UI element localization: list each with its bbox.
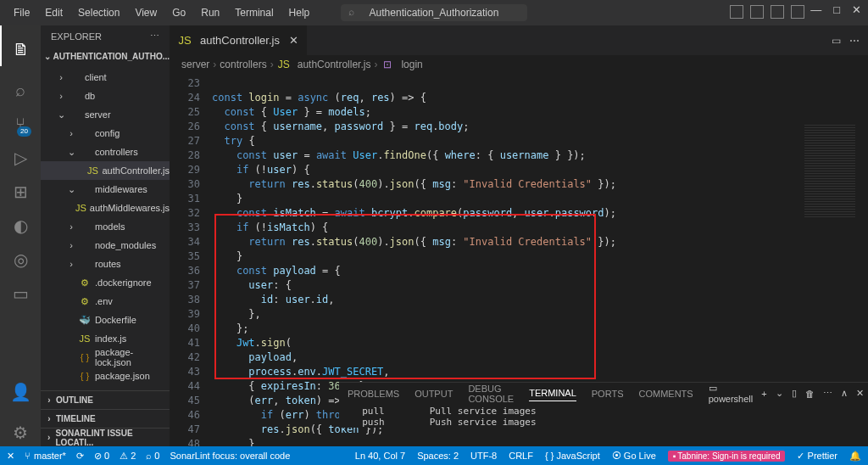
panel-tab-terminal[interactable]: TERMINAL	[529, 388, 576, 401]
panel-tab-debug-console[interactable]: DEBUG CONSOLE	[468, 384, 514, 404]
menu-terminal[interactable]: Terminal	[228, 3, 280, 22]
misc-icon[interactable]: ▭	[10, 283, 31, 304]
tab-actions[interactable]: ▭⋯	[832, 35, 868, 47]
menu-view[interactable]: View	[128, 3, 164, 22]
window-control[interactable]: □	[833, 3, 840, 16]
cursor-pos[interactable]: Ln 40, Col 7	[355, 451, 405, 461]
sidebar-panel-outline[interactable]: ›OUTLINE	[41, 390, 170, 409]
panel-tab-problems[interactable]: PROBLEMS	[348, 389, 399, 399]
breadcrumb[interactable]: server›controllers›JSauthController.js›⊡…	[170, 55, 868, 74]
tab-bar: JS authController.js ✕ ▭⋯	[170, 25, 868, 55]
side-bar: EXPLORER⋯ ⌄AUTHENTICATION_AUTHO... ›clie…	[41, 25, 170, 446]
menu-help[interactable]: Help	[282, 3, 317, 22]
close-panel-icon[interactable]: ✕	[856, 388, 864, 399]
search-icon[interactable]: ⌕	[10, 80, 31, 100]
sidebar-header: EXPLORER⋯	[41, 25, 170, 47]
window-control[interactable]: —	[810, 3, 821, 16]
port-item[interactable]: ⌕ 0	[146, 451, 159, 461]
sonar-focus[interactable]: SonarLint focus: overall code	[170, 451, 290, 461]
sidebar-panel-sonarlint[interactable]: ›SONARLINT ISSUE LOCATI...	[41, 428, 170, 446]
tree-item[interactable]: ›node_modules	[41, 236, 170, 255]
menu-run[interactable]: Run	[194, 3, 226, 22]
bell-icon[interactable]: 🔔	[849, 451, 861, 462]
title-bar: FileEditSelectionViewGoRunTerminalHelp ←…	[0, 0, 868, 25]
project-root[interactable]: ⌄AUTHENTICATION_AUTHO...	[41, 47, 170, 65]
menu-go[interactable]: Go	[165, 3, 192, 22]
sidebar-panel-timeline[interactable]: ›TIMELINE	[41, 409, 170, 428]
tree-item[interactable]: ⌄middlewares	[41, 180, 170, 199]
menu-file[interactable]: File	[7, 3, 36, 22]
tree-item[interactable]: 🐳Dockerfile	[41, 311, 170, 329]
language-item[interactable]: { } JavaScript	[545, 451, 600, 461]
tree-item[interactable]: ›routes	[41, 255, 170, 273]
eol-item[interactable]: CRLF	[509, 451, 533, 461]
branch-item[interactable]: ⑂ master*	[25, 451, 66, 461]
tree-item[interactable]: ›config	[41, 124, 170, 143]
tree-item[interactable]: ⌄server	[41, 105, 170, 124]
tree-item[interactable]: ›client	[41, 68, 170, 87]
layout-icons[interactable]	[730, 5, 804, 19]
docker-icon[interactable]: ◐	[10, 216, 31, 236]
encoding-item[interactable]: UTF-8	[470, 451, 497, 461]
sonar-icon[interactable]: ◎	[10, 249, 31, 270]
tree-item[interactable]: JSauthMiddlewares.js	[41, 199, 170, 217]
run-debug-icon[interactable]: ▷	[10, 148, 31, 168]
terminal-profile[interactable]: ▭ powershell	[709, 383, 754, 404]
split-terminal-icon[interactable]: ▯	[792, 388, 797, 399]
menu-bar: FileEditSelectionViewGoRunTerminalHelp	[7, 3, 316, 22]
window-controls[interactable]: —□✕	[810, 3, 861, 16]
sync-icon[interactable]: ⟳	[76, 451, 84, 462]
tabnine-badge[interactable]: ▪ Tabnine: Sign-in is required	[668, 451, 786, 462]
prettier-item[interactable]: ✓ Prettier	[797, 451, 837, 462]
new-terminal-icon[interactable]: +	[761, 389, 766, 399]
tree-item[interactable]: ›models	[41, 217, 170, 236]
explorer-icon[interactable]: 🗎	[0, 25, 41, 66]
account-icon[interactable]: 👤	[10, 382, 31, 402]
source-control-icon[interactable]: ⑂20	[10, 114, 31, 134]
tree-item[interactable]: ›db	[41, 87, 170, 105]
extensions-icon[interactable]: ⊞	[10, 182, 31, 202]
command-center[interactable]: Authentication_Authorization	[341, 4, 527, 21]
panel-tab-comments[interactable]: COMMENTS	[638, 389, 693, 399]
tab-authcontroller[interactable]: JS authController.js ✕	[170, 25, 308, 55]
remote-icon[interactable]: ✕	[7, 451, 14, 462]
tree-item[interactable]: JSindex.js	[41, 329, 170, 348]
close-icon[interactable]: ✕	[289, 34, 298, 47]
tree-item[interactable]: { }package-lock.json	[41, 348, 170, 367]
panel: PROBLEMSOUTPUTDEBUG CONSOLETERMINALPORTS…	[339, 382, 868, 428]
window-control[interactable]: ✕	[852, 3, 861, 16]
golive-item[interactable]: ⦿ Go Live	[612, 451, 656, 461]
line-gutter: 23 24 25 26 27 28 29 30 31 32 33 34 35 3…	[170, 74, 212, 446]
tree-item[interactable]: ⌄controllers	[41, 143, 170, 161]
panel-tabs: PROBLEMSOUTPUTDEBUG CONSOLETERMINALPORTS…	[339, 383, 868, 404]
tree-item[interactable]: JSauthController.js	[41, 161, 170, 180]
tree-item[interactable]: ⚙.env	[41, 292, 170, 311]
trash-icon[interactable]: 🗑	[805, 389, 815, 399]
warnings-item[interactable]: ⚠ 2	[120, 451, 136, 462]
minimap[interactable]	[804, 125, 855, 218]
more-actions-icon[interactable]: ⋯	[150, 31, 159, 42]
panel-tab-output[interactable]: OUTPUT	[415, 389, 453, 399]
errors-item[interactable]: ⊘ 0	[94, 451, 109, 462]
panel-tab-ports[interactable]: PORTS	[592, 389, 624, 399]
file-tree: ›client›db⌄server›config⌄controllersJSau…	[41, 65, 170, 390]
tree-item[interactable]: { }package.json	[41, 367, 170, 385]
terminal-body[interactable]: pull Pull service images push Push servi…	[339, 404, 868, 429]
indent-item[interactable]: Spaces: 2	[417, 451, 459, 461]
status-bar: ✕ ⑂ master* ⟳ ⊘ 0 ⚠ 2 ⌕ 0 SonarLint focu…	[0, 446, 868, 465]
js-file-icon: JS	[178, 34, 192, 47]
tree-item[interactable]: ⚙.dockerignore	[41, 273, 170, 292]
activity-bar: 🗎 ⌕ ⑂20 ▷ ⊞ ◐ ◎ ▭ 👤 ⚙	[0, 25, 41, 446]
menu-selection[interactable]: Selection	[71, 3, 126, 22]
menu-edit[interactable]: Edit	[38, 3, 70, 22]
settings-gear-icon[interactable]: ⚙	[10, 423, 31, 443]
editor-group: JS authController.js ✕ ▭⋯ server›control…	[170, 25, 868, 446]
